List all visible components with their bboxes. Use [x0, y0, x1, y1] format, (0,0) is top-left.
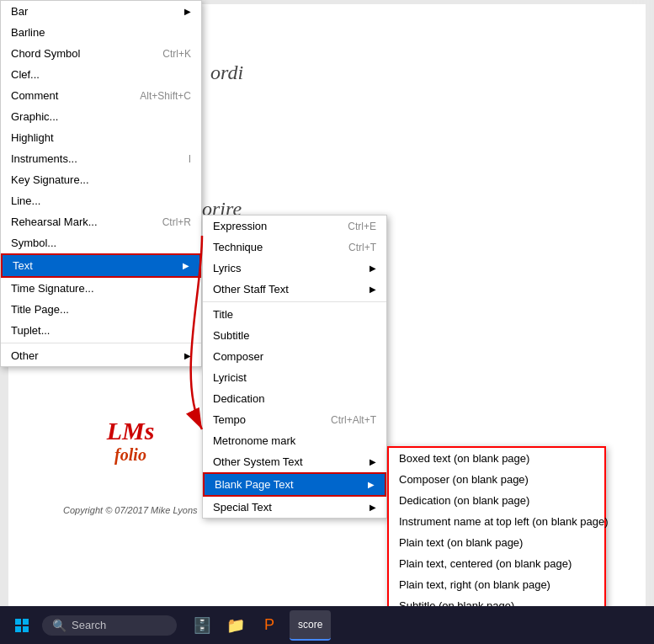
submenu-subtitle[interactable]: Subtitle	[203, 325, 386, 346]
menu-item-other-label: Other	[11, 349, 178, 362]
menu-item-graphic[interactable]: Graphic...	[1, 106, 201, 127]
submenu-title[interactable]: Title	[203, 304, 386, 325]
menu-item-bar-label: Bar	[11, 5, 178, 18]
taskbar-file-icon[interactable]: 🗄️	[187, 610, 217, 641]
start-button[interactable]	[7, 610, 37, 641]
text-submenu: Expression Ctrl+E Technique Ctrl+T Lyric…	[202, 215, 387, 519]
folio-text: folio	[80, 445, 181, 465]
composer-blank-label: Composer (on blank page)	[399, 473, 594, 486]
taskbar-search-bar[interactable]: 🔍 Search	[42, 615, 177, 636]
submenu-tempo[interactable]: Tempo Ctrl+Alt+T	[203, 409, 386, 430]
menu-item-other[interactable]: Other ▶	[1, 345, 201, 366]
other-arrow-icon: ▶	[184, 351, 191, 360]
taskbar-ppt-icon[interactable]: P	[254, 610, 284, 641]
score-word-1: ordi	[210, 61, 243, 84]
plain-text-blank-label: Plain text (on blank page)	[399, 536, 594, 549]
menu-item-clef[interactable]: Clef...	[1, 64, 201, 85]
taskbar-icons-group: 🗄️ 📁 P	[187, 610, 284, 641]
score-logo: LMs folio	[80, 417, 181, 484]
lyrics-label: Lyrics	[213, 262, 363, 274]
submenu-lyrics[interactable]: Lyrics ▶	[203, 258, 386, 279]
lyricist-label: Lyricist	[213, 371, 376, 384]
other-system-text-label: Other System Text	[213, 455, 363, 468]
svg-rect-3	[15, 626, 21, 632]
search-icon: 🔍	[52, 619, 66, 632]
menu-item-title-page[interactable]: Title Page...	[1, 299, 201, 320]
main-menu: Bar ▶ Barline Chord Symbol Ctrl+K Clef..…	[0, 0, 202, 367]
menu-item-text[interactable]: Text ▶	[1, 253, 201, 278]
menu-item-clef-label: Clef...	[11, 68, 191, 81]
menu-item-highlight-label: Highlight	[11, 131, 191, 144]
search-label: Search	[72, 619, 106, 631]
copyright-text: Copyright © 07/2017 Mike Lyons	[63, 505, 198, 515]
menu-item-bar[interactable]: Bar ▶	[1, 1, 201, 22]
menu-item-highlight[interactable]: Highlight	[1, 127, 201, 148]
submenu-instrument-name-blank[interactable]: Instrument name at top left (on blank pa…	[389, 511, 604, 532]
special-text-label: Special Text	[213, 501, 363, 514]
menu-item-symbol[interactable]: Symbol...	[1, 232, 201, 253]
menu-item-line[interactable]: Line...	[1, 190, 201, 211]
submenu-composer[interactable]: Composer	[203, 346, 386, 367]
submenu-composer-blank[interactable]: Composer (on blank page)	[389, 469, 604, 490]
submenu-lyricist[interactable]: Lyricist	[203, 367, 386, 388]
taskbar-folder-icon[interactable]: 📁	[221, 610, 251, 641]
menu-item-symbol-label: Symbol...	[11, 237, 191, 249]
expression-shortcut: Ctrl+E	[348, 221, 376, 232]
menu-item-tuplet[interactable]: Tuplet...	[1, 320, 201, 341]
technique-label: Technique	[213, 241, 348, 253]
other-staff-text-label: Other Staff Text	[213, 283, 363, 295]
menu-item-rehearsal-mark[interactable]: Rehearsal Mark... Ctrl+R	[1, 211, 201, 232]
lms-text: LMs	[80, 417, 181, 445]
blank-page-arrow-icon: ▶	[368, 480, 375, 489]
svg-rect-4	[23, 626, 29, 632]
other-system-arrow-icon: ▶	[370, 457, 376, 466]
dedication-label: Dedication	[213, 392, 376, 405]
menu-item-timesig-label: Time Signature...	[11, 282, 191, 295]
tempo-shortcut: Ctrl+Alt+T	[331, 414, 376, 426]
submenu-expression[interactable]: Expression Ctrl+E	[203, 216, 386, 237]
svg-rect-2	[23, 619, 29, 625]
menu-item-instruments[interactable]: Instruments... I	[1, 148, 201, 169]
menu-item-tuplet-label: Tuplet...	[11, 324, 191, 337]
submenu-dedication-blank[interactable]: Dedication (on blank page)	[389, 490, 604, 511]
menu-item-chord-symbol[interactable]: Chord Symbol Ctrl+K	[1, 43, 201, 64]
plain-text-centered-blank-label: Plain text, centered (on blank page)	[399, 557, 594, 570]
submenu-other-staff-text[interactable]: Other Staff Text ▶	[203, 279, 386, 300]
menu-item-barline[interactable]: Barline	[1, 22, 201, 43]
score-taskbar-button[interactable]: score	[290, 610, 331, 641]
lyrics-arrow-icon: ▶	[370, 263, 376, 273]
submenu-plain-text-right-blank[interactable]: Plain text, right (on blank page)	[389, 574, 604, 595]
blank-page-text-label: Blank Page Text	[215, 478, 361, 491]
submenu-metronome[interactable]: Metronome mark	[203, 430, 386, 451]
menu-item-comment-label: Comment	[11, 89, 123, 102]
rehearsal-shortcut: Ctrl+R	[162, 216, 191, 228]
metronome-label: Metronome mark	[213, 434, 376, 447]
menu-item-text-label: Text	[13, 259, 176, 272]
taskbar: 🔍 Search 🗄️ 📁 P score	[0, 606, 654, 644]
submenu-dedication[interactable]: Dedication	[203, 388, 386, 409]
comment-shortcut: Alt+Shift+C	[140, 90, 191, 102]
tempo-label: Tempo	[213, 413, 331, 426]
menu-item-key-sig[interactable]: Key Signature...	[1, 169, 201, 190]
menu-item-barline-label: Barline	[11, 26, 191, 39]
submenu-technique[interactable]: Technique Ctrl+T	[203, 237, 386, 258]
bar-arrow-icon: ▶	[184, 7, 191, 16]
submenu-special-text[interactable]: Special Text ▶	[203, 497, 386, 518]
text-arrow-icon: ▶	[183, 261, 189, 270]
submenu-blank-page-text[interactable]: Blank Page Text ▶	[203, 472, 386, 497]
menu-item-comment[interactable]: Comment Alt+Shift+C	[1, 85, 201, 106]
menu-item-chord-label: Chord Symbol	[11, 47, 146, 60]
instrument-name-blank-label: Instrument name at top left (on blank pa…	[399, 515, 609, 528]
menu-item-time-sig[interactable]: Time Signature...	[1, 278, 201, 299]
menu-item-instruments-label: Instruments...	[11, 152, 172, 165]
submenu-plain-text-centered-blank[interactable]: Plain text, centered (on blank page)	[389, 553, 604, 574]
title-label: Title	[213, 308, 376, 321]
submenu-other-system-text[interactable]: Other System Text ▶	[203, 451, 386, 472]
menu-item-keysig-label: Key Signature...	[11, 173, 191, 186]
expression-label: Expression	[213, 220, 348, 232]
submenu-plain-text-blank[interactable]: Plain text (on blank page)	[389, 532, 604, 553]
submenu-boxed-text[interactable]: Boxed text (on blank page)	[389, 448, 604, 469]
menu-separator	[1, 343, 201, 343]
technique-shortcut: Ctrl+T	[348, 242, 376, 253]
plain-text-right-blank-label: Plain text, right (on blank page)	[399, 578, 594, 591]
